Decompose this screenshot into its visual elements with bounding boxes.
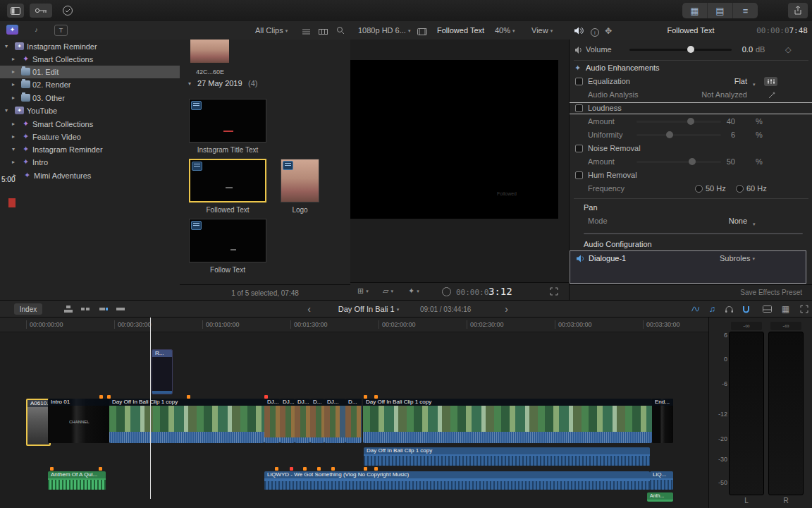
frequency-50hz-radio[interactable] xyxy=(695,185,703,193)
format-info-dropdown[interactable]: 1080p HD 6...▾ xyxy=(358,25,410,37)
disclosure-icon[interactable]: ▾ xyxy=(5,104,8,117)
loudness-checkbox[interactable] xyxy=(575,104,583,112)
timeline-audio-anthem[interactable]: Anthem Of A Qui... xyxy=(48,471,106,490)
todo-marker-icon[interactable] xyxy=(290,467,293,471)
append-clip-button[interactable] xyxy=(96,303,111,315)
date-group-row[interactable]: ▾ 27 May 2019 (4) xyxy=(180,79,350,90)
pan-header[interactable]: Pan xyxy=(570,202,812,213)
timeline-audio-day-off-bali-copy[interactable]: Day Off In Bali Clip 1 copy xyxy=(364,447,650,466)
clip-appearance-button[interactable] xyxy=(760,303,775,315)
noise-removal-checkbox[interactable] xyxy=(575,145,583,152)
noise-amount-slider-knob[interactable] xyxy=(689,158,696,165)
amount-slider[interactable] xyxy=(636,121,721,123)
audio-inspector-tab[interactable] xyxy=(574,26,584,38)
view-dropdown[interactable]: View▾ xyxy=(531,25,553,37)
marker-icon[interactable] xyxy=(331,467,335,471)
toggle-inspector-button[interactable]: ≡ xyxy=(733,3,758,18)
uniformity-slider[interactable] xyxy=(636,134,721,136)
photos-audio-tab[interactable]: ♪ xyxy=(30,25,42,35)
clip-media-button[interactable] xyxy=(417,27,427,39)
timeline-clip-a0610[interactable]: A0610... xyxy=(26,399,51,446)
solo-button[interactable] xyxy=(722,303,737,315)
marker-icon[interactable] xyxy=(317,467,321,471)
skimming-button[interactable] xyxy=(688,303,703,315)
timeline-clip-intro-01[interactable]: CHANNEL Intro 01 xyxy=(48,399,109,443)
disclosure-icon[interactable]: ▸ xyxy=(12,92,15,104)
index-button[interactable]: Index xyxy=(14,303,42,315)
viewer-expand-button[interactable] xyxy=(550,287,558,299)
previous-project-button[interactable]: ‹ xyxy=(302,303,316,315)
noise-amount-slider[interactable] xyxy=(636,161,721,163)
save-effects-preset-button[interactable]: Save Effects Preset xyxy=(740,289,802,296)
timeline-clip-connected-title[interactable]: R... xyxy=(152,349,173,394)
connect-clip-button[interactable] xyxy=(61,303,75,315)
crop-popup-button[interactable]: ▱▾ xyxy=(383,285,393,297)
clip-thumbnail-partial[interactable] xyxy=(190,40,229,63)
marker-icon[interactable] xyxy=(275,467,278,471)
insert-clip-button[interactable] xyxy=(78,303,92,315)
info-inspector-tab[interactable]: i xyxy=(591,26,599,38)
timeline-clip-end[interactable]: End... xyxy=(652,399,673,443)
playhead[interactable] xyxy=(150,318,151,499)
disclosure-icon[interactable]: ▸ xyxy=(12,66,15,78)
motion-inspector-tab[interactable]: ✥ xyxy=(605,25,612,37)
volume-slider[interactable] xyxy=(629,49,732,51)
volume-slider-knob[interactable] xyxy=(687,46,694,53)
background-tasks-button[interactable] xyxy=(59,4,76,18)
sidebar-item-03-other[interactable]: ▸ 03. Other xyxy=(0,92,180,104)
sidebar-item-smart-collections[interactable]: ▸ ✦ Smart Collections xyxy=(0,53,180,66)
browser-clip-followed-text[interactable] xyxy=(189,159,266,202)
search-button[interactable] xyxy=(336,26,345,38)
sidebar-item-02-render[interactable]: ▸ 02. Render xyxy=(0,78,180,91)
overwrite-clip-button[interactable] xyxy=(113,303,128,315)
timeline-clip-dj-2[interactable]: DJ... xyxy=(280,399,295,443)
next-project-button[interactable]: › xyxy=(499,303,514,315)
timeline-clip-dj-3[interactable]: DJ... xyxy=(295,399,310,443)
sidebar-item-feature-video[interactable]: ▸ ✦ Feature Video xyxy=(0,131,180,143)
titles-generators-tab[interactable]: T xyxy=(54,25,68,36)
zoom-dropdown[interactable]: 40%▾ xyxy=(495,25,515,37)
timeline-clip-day-off-bali-2[interactable]: Day Off In Bali Clip 1 copy xyxy=(363,399,652,443)
toggle-browser-button[interactable]: ▦ xyxy=(682,3,708,18)
role-row-dialogue-1[interactable]: Dialogue-1 Subroles▾ xyxy=(570,250,806,284)
marker-icon[interactable] xyxy=(50,467,54,471)
marker-icon[interactable] xyxy=(374,467,378,471)
list-view-button[interactable] xyxy=(302,27,311,39)
equalization-value[interactable]: Flat xyxy=(710,76,747,87)
timeline-options-button[interactable]: ▦ xyxy=(778,303,793,315)
disclosure-icon[interactable]: ▾ xyxy=(188,80,191,87)
timeline-audio-liqwyd[interactable]: LiQWYD - We Got Something (Vlog No Copyr… xyxy=(264,471,650,490)
project-name-dropdown[interactable]: Day Off In Bali 1▾ xyxy=(323,305,414,313)
disclosure-icon[interactable]: ▸ xyxy=(12,118,15,131)
play-icon[interactable] xyxy=(442,287,451,296)
disclosure-icon[interactable]: ▸ xyxy=(12,156,15,169)
amount-slider-knob[interactable] xyxy=(687,118,694,125)
clip-filter-dropdown[interactable]: All Clips▾ xyxy=(255,25,288,37)
transform-popup-button[interactable]: ⊞▾ xyxy=(357,285,369,297)
sidebar-item-smart-collections-2[interactable]: ▸ ✦ Smart Collections xyxy=(0,118,180,131)
timeline-clip-day-off-bali-1[interactable]: Day Off In Bali Clip 1 copy xyxy=(109,399,264,443)
subroles-dropdown[interactable]: Subroles▾ xyxy=(720,254,755,262)
timeline-clip-dj-1[interactable]: DJ... xyxy=(264,399,280,443)
disclosure-icon[interactable]: ▸ xyxy=(12,131,15,143)
hum-removal-checkbox[interactable] xyxy=(575,171,583,179)
keyframe-diamond-icon[interactable]: ◇ xyxy=(785,44,791,55)
audio-configuration-header[interactable]: Audio Configuration xyxy=(570,239,812,250)
disclosure-icon[interactable]: ▸ xyxy=(12,78,15,91)
timeline-fullscreen-button[interactable] xyxy=(796,303,811,315)
sidebar-item-01-edit[interactable]: ▸ 01. Edit xyxy=(0,66,180,78)
libraries-tab[interactable]: ✦ xyxy=(6,25,18,35)
sidebar-item-intro[interactable]: ▸ ✦ Intro xyxy=(0,156,180,169)
timeline-clip-dj-5[interactable]: DJ... xyxy=(324,399,345,443)
effects-popup-button[interactable]: ✦▾ xyxy=(408,285,419,297)
marker-icon[interactable] xyxy=(364,467,367,471)
video-frame[interactable]: Followed xyxy=(350,60,558,219)
browser-clip-follow-text[interactable] xyxy=(189,219,266,262)
disclosure-icon[interactable]: ▾ xyxy=(12,143,15,156)
sidebar-item-instagram-reminder-event[interactable]: ▾ ✦ Instagram Reminder xyxy=(0,143,180,156)
volume-value[interactable]: 0.0 xyxy=(732,44,753,55)
timeline-audio-liq[interactable]: LiQ... xyxy=(650,471,673,490)
disclosure-icon[interactable]: ▾ xyxy=(5,40,8,53)
equalization-checkbox[interactable] xyxy=(575,78,583,85)
disclosure-icon[interactable]: ▸ xyxy=(12,53,15,66)
